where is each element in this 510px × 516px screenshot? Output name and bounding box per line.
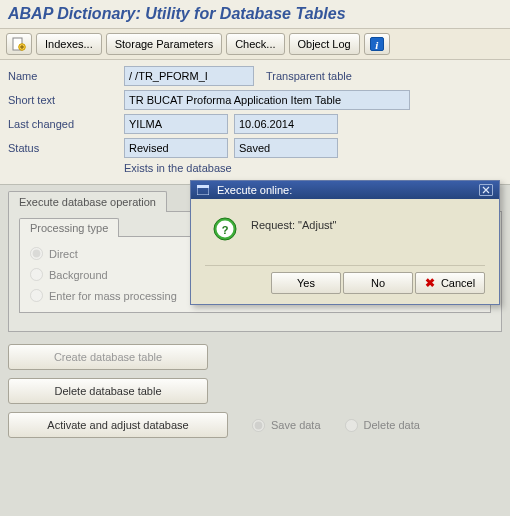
delete-data-option[interactable]: Delete data: [345, 419, 420, 432]
delete-data-label: Delete data: [364, 419, 420, 431]
short-text-value: TR BUCAT Proforma Application Item Table: [124, 90, 410, 110]
radio-direct-input[interactable]: [30, 247, 43, 260]
dialog-body: ? Request: "Adjust" Yes No ✖ Cancel: [191, 199, 499, 304]
new-document-icon: [12, 37, 26, 51]
header-fields: Name / /TR_PFORM_I Transparent table Sho…: [0, 60, 510, 184]
save-data-radio[interactable]: [252, 419, 265, 432]
check-button[interactable]: Check...: [226, 33, 284, 55]
dialog-cancel-button[interactable]: ✖ Cancel: [415, 272, 485, 294]
create-db-table-button[interactable]: Create database table: [8, 344, 208, 370]
page-title: ABAP Dictionary: Utility for Database Ta…: [0, 0, 510, 28]
changed-on: 10.06.2014: [234, 114, 338, 134]
radio-background-input[interactable]: [30, 268, 43, 281]
activate-adjust-button[interactable]: Activate and adjust database: [8, 412, 228, 438]
processing-type-tab: Processing type: [19, 218, 119, 237]
cancel-x-icon: ✖: [425, 276, 435, 290]
svg-text:?: ?: [222, 224, 229, 236]
dialog-title-icon: [197, 185, 209, 195]
delete-data-radio[interactable]: [345, 419, 358, 432]
object-log-button[interactable]: Object Log: [289, 33, 360, 55]
dialog-close-button[interactable]: [479, 184, 493, 196]
status-revised: Revised: [124, 138, 228, 158]
info-button[interactable]: i: [364, 33, 390, 55]
dialog-message: Request: "Adjust": [251, 217, 336, 231]
toolbar: Indexes... Storage Parameters Check... O…: [0, 28, 510, 60]
dialog-title-text: Execute online:: [217, 184, 292, 196]
dialog-yes-button[interactable]: Yes: [271, 272, 341, 294]
new-object-button[interactable]: [6, 33, 32, 55]
question-icon: ?: [213, 217, 237, 241]
radio-mass-input[interactable]: [30, 289, 43, 302]
name-value: / /TR_PFORM_I: [124, 66, 254, 86]
last-changed-label: Last changed: [8, 118, 124, 130]
status-saved: Saved: [234, 138, 338, 158]
svg-rect-3: [197, 185, 209, 188]
name-label: Name: [8, 70, 124, 82]
info-icon: i: [370, 37, 384, 51]
exists-text: Exists in the database: [124, 162, 232, 174]
dialog-cancel-label: Cancel: [441, 277, 475, 289]
dialog-buttons: Yes No ✖ Cancel: [205, 265, 485, 294]
indexes-button[interactable]: Indexes...: [36, 33, 102, 55]
name-type: Transparent table: [260, 70, 352, 82]
changed-by: YILMA: [124, 114, 228, 134]
radio-mass-label: Enter for mass processing: [49, 290, 177, 302]
dialog-titlebar[interactable]: Execute online:: [191, 181, 499, 199]
save-data-label: Save data: [271, 419, 321, 431]
storage-parameters-button[interactable]: Storage Parameters: [106, 33, 222, 55]
status-label: Status: [8, 142, 124, 154]
radio-background-label: Background: [49, 269, 108, 281]
dialog-no-button[interactable]: No: [343, 272, 413, 294]
delete-db-table-button[interactable]: Delete database table: [8, 378, 208, 404]
short-text-label: Short text: [8, 94, 124, 106]
radio-direct-label: Direct: [49, 248, 78, 260]
confirm-dialog: Execute online: ? Request: "Adjust" Yes …: [190, 180, 500, 305]
exec-group-tab: Execute database operation: [8, 191, 167, 212]
save-data-option[interactable]: Save data: [252, 419, 321, 432]
close-icon: [482, 186, 490, 194]
